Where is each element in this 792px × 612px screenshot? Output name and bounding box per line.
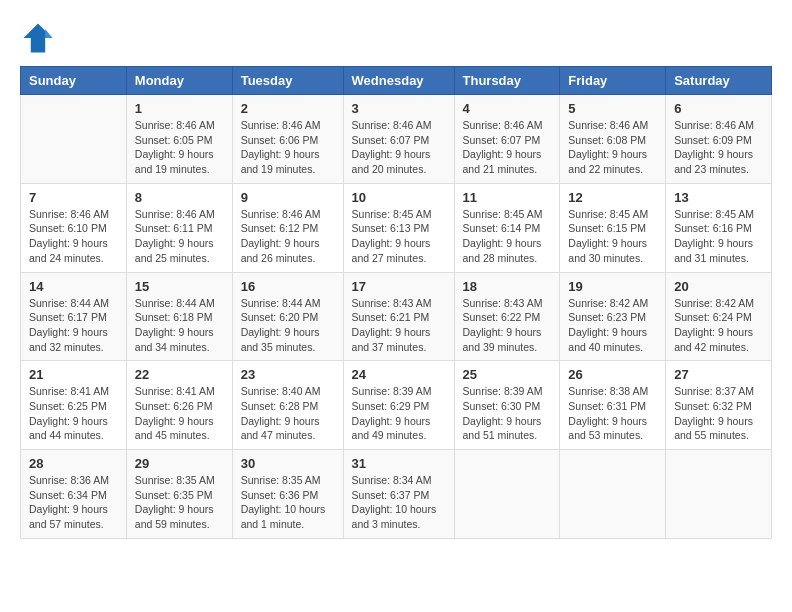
calendar-cell: 2Sunrise: 8:46 AM Sunset: 6:06 PM Daylig… xyxy=(232,95,343,184)
day-number: 17 xyxy=(352,279,446,294)
calendar-cell: 6Sunrise: 8:46 AM Sunset: 6:09 PM Daylig… xyxy=(666,95,772,184)
calendar-cell: 14Sunrise: 8:44 AM Sunset: 6:17 PM Dayli… xyxy=(21,272,127,361)
calendar-table: SundayMondayTuesdayWednesdayThursdayFrid… xyxy=(20,66,772,539)
svg-marker-1 xyxy=(45,29,52,38)
day-info: Sunrise: 8:39 AM Sunset: 6:30 PM Dayligh… xyxy=(463,384,552,443)
day-info: Sunrise: 8:42 AM Sunset: 6:23 PM Dayligh… xyxy=(568,296,657,355)
day-number: 22 xyxy=(135,367,224,382)
calendar-cell: 27Sunrise: 8:37 AM Sunset: 6:32 PM Dayli… xyxy=(666,361,772,450)
day-number: 26 xyxy=(568,367,657,382)
day-number: 11 xyxy=(463,190,552,205)
day-number: 20 xyxy=(674,279,763,294)
day-info: Sunrise: 8:44 AM Sunset: 6:20 PM Dayligh… xyxy=(241,296,335,355)
calendar-cell: 9Sunrise: 8:46 AM Sunset: 6:12 PM Daylig… xyxy=(232,183,343,272)
calendar-cell: 26Sunrise: 8:38 AM Sunset: 6:31 PM Dayli… xyxy=(560,361,666,450)
day-info: Sunrise: 8:34 AM Sunset: 6:37 PM Dayligh… xyxy=(352,473,446,532)
day-number: 7 xyxy=(29,190,118,205)
day-info: Sunrise: 8:46 AM Sunset: 6:07 PM Dayligh… xyxy=(463,118,552,177)
calendar-cell: 4Sunrise: 8:46 AM Sunset: 6:07 PM Daylig… xyxy=(454,95,560,184)
calendar-cell: 18Sunrise: 8:43 AM Sunset: 6:22 PM Dayli… xyxy=(454,272,560,361)
day-header-wednesday: Wednesday xyxy=(343,67,454,95)
day-info: Sunrise: 8:45 AM Sunset: 6:15 PM Dayligh… xyxy=(568,207,657,266)
calendar-cell: 17Sunrise: 8:43 AM Sunset: 6:21 PM Dayli… xyxy=(343,272,454,361)
calendar-week-row: 7Sunrise: 8:46 AM Sunset: 6:10 PM Daylig… xyxy=(21,183,772,272)
calendar-cell: 25Sunrise: 8:39 AM Sunset: 6:30 PM Dayli… xyxy=(454,361,560,450)
day-info: Sunrise: 8:35 AM Sunset: 6:35 PM Dayligh… xyxy=(135,473,224,532)
logo xyxy=(20,20,60,56)
day-header-saturday: Saturday xyxy=(666,67,772,95)
day-number: 8 xyxy=(135,190,224,205)
day-info: Sunrise: 8:43 AM Sunset: 6:22 PM Dayligh… xyxy=(463,296,552,355)
day-info: Sunrise: 8:37 AM Sunset: 6:32 PM Dayligh… xyxy=(674,384,763,443)
calendar-cell: 24Sunrise: 8:39 AM Sunset: 6:29 PM Dayli… xyxy=(343,361,454,450)
day-number: 27 xyxy=(674,367,763,382)
day-number: 25 xyxy=(463,367,552,382)
day-number: 31 xyxy=(352,456,446,471)
day-number: 29 xyxy=(135,456,224,471)
calendar-cell: 8Sunrise: 8:46 AM Sunset: 6:11 PM Daylig… xyxy=(126,183,232,272)
calendar-cell: 15Sunrise: 8:44 AM Sunset: 6:18 PM Dayli… xyxy=(126,272,232,361)
calendar-week-row: 1Sunrise: 8:46 AM Sunset: 6:05 PM Daylig… xyxy=(21,95,772,184)
day-info: Sunrise: 8:42 AM Sunset: 6:24 PM Dayligh… xyxy=(674,296,763,355)
calendar-cell xyxy=(666,450,772,539)
day-info: Sunrise: 8:35 AM Sunset: 6:36 PM Dayligh… xyxy=(241,473,335,532)
day-number: 23 xyxy=(241,367,335,382)
calendar-cell xyxy=(560,450,666,539)
day-number: 12 xyxy=(568,190,657,205)
day-number: 28 xyxy=(29,456,118,471)
calendar-cell: 23Sunrise: 8:40 AM Sunset: 6:28 PM Dayli… xyxy=(232,361,343,450)
day-number: 9 xyxy=(241,190,335,205)
day-info: Sunrise: 8:45 AM Sunset: 6:16 PM Dayligh… xyxy=(674,207,763,266)
day-info: Sunrise: 8:36 AM Sunset: 6:34 PM Dayligh… xyxy=(29,473,118,532)
day-number: 5 xyxy=(568,101,657,116)
day-info: Sunrise: 8:40 AM Sunset: 6:28 PM Dayligh… xyxy=(241,384,335,443)
day-info: Sunrise: 8:41 AM Sunset: 6:26 PM Dayligh… xyxy=(135,384,224,443)
day-header-friday: Friday xyxy=(560,67,666,95)
calendar-week-row: 21Sunrise: 8:41 AM Sunset: 6:25 PM Dayli… xyxy=(21,361,772,450)
day-info: Sunrise: 8:45 AM Sunset: 6:14 PM Dayligh… xyxy=(463,207,552,266)
calendar-cell: 11Sunrise: 8:45 AM Sunset: 6:14 PM Dayli… xyxy=(454,183,560,272)
calendar-cell: 29Sunrise: 8:35 AM Sunset: 6:35 PM Dayli… xyxy=(126,450,232,539)
day-number: 15 xyxy=(135,279,224,294)
day-header-sunday: Sunday xyxy=(21,67,127,95)
day-info: Sunrise: 8:46 AM Sunset: 6:11 PM Dayligh… xyxy=(135,207,224,266)
day-info: Sunrise: 8:41 AM Sunset: 6:25 PM Dayligh… xyxy=(29,384,118,443)
day-info: Sunrise: 8:39 AM Sunset: 6:29 PM Dayligh… xyxy=(352,384,446,443)
calendar-cell: 28Sunrise: 8:36 AM Sunset: 6:34 PM Dayli… xyxy=(21,450,127,539)
day-info: Sunrise: 8:46 AM Sunset: 6:09 PM Dayligh… xyxy=(674,118,763,177)
day-info: Sunrise: 8:46 AM Sunset: 6:07 PM Dayligh… xyxy=(352,118,446,177)
day-info: Sunrise: 8:46 AM Sunset: 6:06 PM Dayligh… xyxy=(241,118,335,177)
day-info: Sunrise: 8:46 AM Sunset: 6:10 PM Dayligh… xyxy=(29,207,118,266)
day-number: 1 xyxy=(135,101,224,116)
calendar-cell: 12Sunrise: 8:45 AM Sunset: 6:15 PM Dayli… xyxy=(560,183,666,272)
day-number: 6 xyxy=(674,101,763,116)
calendar-header-row: SundayMondayTuesdayWednesdayThursdayFrid… xyxy=(21,67,772,95)
calendar-cell: 3Sunrise: 8:46 AM Sunset: 6:07 PM Daylig… xyxy=(343,95,454,184)
day-number: 3 xyxy=(352,101,446,116)
calendar-cell: 22Sunrise: 8:41 AM Sunset: 6:26 PM Dayli… xyxy=(126,361,232,450)
calendar-cell: 31Sunrise: 8:34 AM Sunset: 6:37 PM Dayli… xyxy=(343,450,454,539)
calendar-cell: 5Sunrise: 8:46 AM Sunset: 6:08 PM Daylig… xyxy=(560,95,666,184)
day-header-tuesday: Tuesday xyxy=(232,67,343,95)
day-number: 13 xyxy=(674,190,763,205)
day-number: 21 xyxy=(29,367,118,382)
day-number: 10 xyxy=(352,190,446,205)
calendar-cell: 30Sunrise: 8:35 AM Sunset: 6:36 PM Dayli… xyxy=(232,450,343,539)
day-info: Sunrise: 8:46 AM Sunset: 6:08 PM Dayligh… xyxy=(568,118,657,177)
day-header-monday: Monday xyxy=(126,67,232,95)
day-info: Sunrise: 8:44 AM Sunset: 6:18 PM Dayligh… xyxy=(135,296,224,355)
day-info: Sunrise: 8:38 AM Sunset: 6:31 PM Dayligh… xyxy=(568,384,657,443)
calendar-cell: 20Sunrise: 8:42 AM Sunset: 6:24 PM Dayli… xyxy=(666,272,772,361)
day-number: 14 xyxy=(29,279,118,294)
day-number: 4 xyxy=(463,101,552,116)
calendar-cell: 13Sunrise: 8:45 AM Sunset: 6:16 PM Dayli… xyxy=(666,183,772,272)
day-info: Sunrise: 8:46 AM Sunset: 6:05 PM Dayligh… xyxy=(135,118,224,177)
day-number: 18 xyxy=(463,279,552,294)
day-number: 19 xyxy=(568,279,657,294)
day-info: Sunrise: 8:43 AM Sunset: 6:21 PM Dayligh… xyxy=(352,296,446,355)
calendar-cell: 10Sunrise: 8:45 AM Sunset: 6:13 PM Dayli… xyxy=(343,183,454,272)
calendar-cell xyxy=(21,95,127,184)
calendar-cell: 19Sunrise: 8:42 AM Sunset: 6:23 PM Dayli… xyxy=(560,272,666,361)
day-info: Sunrise: 8:45 AM Sunset: 6:13 PM Dayligh… xyxy=(352,207,446,266)
calendar-cell xyxy=(454,450,560,539)
